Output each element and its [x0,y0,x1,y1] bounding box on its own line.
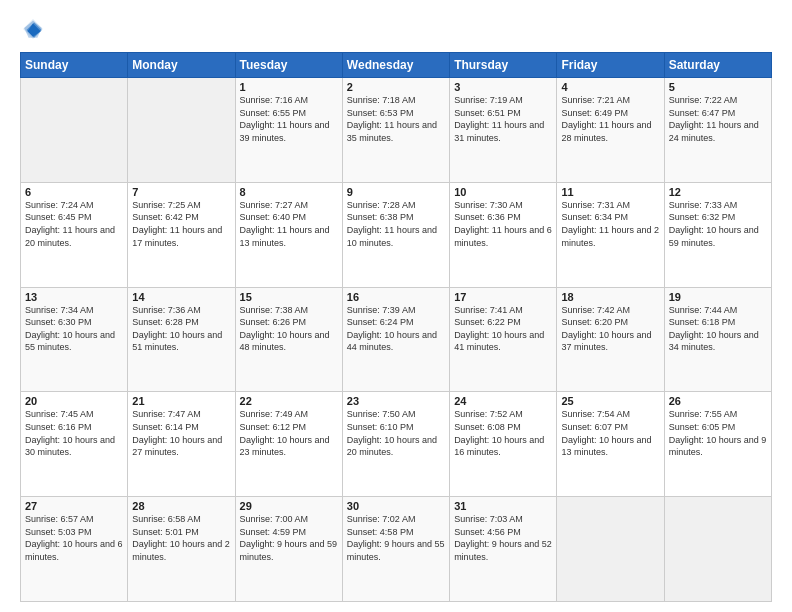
calendar-cell [664,497,771,602]
day-info: Sunrise: 7:18 AM Sunset: 6:53 PM Dayligh… [347,94,445,144]
day-info: Sunrise: 7:47 AM Sunset: 6:14 PM Dayligh… [132,408,230,458]
calendar-cell: 6Sunrise: 7:24 AM Sunset: 6:45 PM Daylig… [21,182,128,287]
day-info: Sunrise: 7:16 AM Sunset: 6:55 PM Dayligh… [240,94,338,144]
day-info: Sunrise: 7:28 AM Sunset: 6:38 PM Dayligh… [347,199,445,249]
day-number: 26 [669,395,767,407]
day-info: Sunrise: 7:31 AM Sunset: 6:34 PM Dayligh… [561,199,659,249]
day-info: Sunrise: 7:25 AM Sunset: 6:42 PM Dayligh… [132,199,230,249]
day-info: Sunrise: 7:42 AM Sunset: 6:20 PM Dayligh… [561,304,659,354]
day-number: 13 [25,291,123,303]
page-header [20,18,772,44]
calendar-cell: 4Sunrise: 7:21 AM Sunset: 6:49 PM Daylig… [557,78,664,183]
weekday-header: Monday [128,53,235,78]
weekday-header: Friday [557,53,664,78]
day-number: 10 [454,186,552,198]
day-number: 17 [454,291,552,303]
day-number: 2 [347,81,445,93]
day-number: 30 [347,500,445,512]
day-number: 28 [132,500,230,512]
calendar-cell: 9Sunrise: 7:28 AM Sunset: 6:38 PM Daylig… [342,182,449,287]
calendar-cell: 24Sunrise: 7:52 AM Sunset: 6:08 PM Dayli… [450,392,557,497]
day-number: 7 [132,186,230,198]
calendar-cell: 8Sunrise: 7:27 AM Sunset: 6:40 PM Daylig… [235,182,342,287]
calendar-cell: 17Sunrise: 7:41 AM Sunset: 6:22 PM Dayli… [450,287,557,392]
day-info: Sunrise: 7:54 AM Sunset: 6:07 PM Dayligh… [561,408,659,458]
day-info: Sunrise: 6:58 AM Sunset: 5:01 PM Dayligh… [132,513,230,563]
day-number: 27 [25,500,123,512]
day-info: Sunrise: 7:22 AM Sunset: 6:47 PM Dayligh… [669,94,767,144]
day-info: Sunrise: 7:34 AM Sunset: 6:30 PM Dayligh… [25,304,123,354]
day-info: Sunrise: 7:30 AM Sunset: 6:36 PM Dayligh… [454,199,552,249]
weekday-header: Saturday [664,53,771,78]
day-info: Sunrise: 6:57 AM Sunset: 5:03 PM Dayligh… [25,513,123,563]
day-info: Sunrise: 7:38 AM Sunset: 6:26 PM Dayligh… [240,304,338,354]
day-info: Sunrise: 7:39 AM Sunset: 6:24 PM Dayligh… [347,304,445,354]
calendar-cell: 28Sunrise: 6:58 AM Sunset: 5:01 PM Dayli… [128,497,235,602]
calendar-cell: 15Sunrise: 7:38 AM Sunset: 6:26 PM Dayli… [235,287,342,392]
day-number: 24 [454,395,552,407]
day-info: Sunrise: 7:21 AM Sunset: 6:49 PM Dayligh… [561,94,659,144]
day-info: Sunrise: 7:55 AM Sunset: 6:05 PM Dayligh… [669,408,767,458]
calendar-cell: 3Sunrise: 7:19 AM Sunset: 6:51 PM Daylig… [450,78,557,183]
day-number: 29 [240,500,338,512]
weekday-header: Thursday [450,53,557,78]
calendar-cell [128,78,235,183]
calendar-cell: 5Sunrise: 7:22 AM Sunset: 6:47 PM Daylig… [664,78,771,183]
day-number: 14 [132,291,230,303]
day-info: Sunrise: 7:49 AM Sunset: 6:12 PM Dayligh… [240,408,338,458]
day-number: 20 [25,395,123,407]
calendar-cell: 31Sunrise: 7:03 AM Sunset: 4:56 PM Dayli… [450,497,557,602]
calendar-cell: 22Sunrise: 7:49 AM Sunset: 6:12 PM Dayli… [235,392,342,497]
calendar-cell: 19Sunrise: 7:44 AM Sunset: 6:18 PM Dayli… [664,287,771,392]
day-number: 18 [561,291,659,303]
day-number: 11 [561,186,659,198]
day-number: 4 [561,81,659,93]
day-info: Sunrise: 7:44 AM Sunset: 6:18 PM Dayligh… [669,304,767,354]
day-number: 21 [132,395,230,407]
weekday-header: Tuesday [235,53,342,78]
calendar-table: SundayMondayTuesdayWednesdayThursdayFrid… [20,52,772,602]
logo [20,18,48,44]
day-info: Sunrise: 7:41 AM Sunset: 6:22 PM Dayligh… [454,304,552,354]
calendar-cell: 23Sunrise: 7:50 AM Sunset: 6:10 PM Dayli… [342,392,449,497]
calendar-cell: 1Sunrise: 7:16 AM Sunset: 6:55 PM Daylig… [235,78,342,183]
day-number: 6 [25,186,123,198]
day-info: Sunrise: 7:24 AM Sunset: 6:45 PM Dayligh… [25,199,123,249]
calendar-cell: 11Sunrise: 7:31 AM Sunset: 6:34 PM Dayli… [557,182,664,287]
day-number: 23 [347,395,445,407]
calendar-cell: 25Sunrise: 7:54 AM Sunset: 6:07 PM Dayli… [557,392,664,497]
day-info: Sunrise: 7:33 AM Sunset: 6:32 PM Dayligh… [669,199,767,249]
logo-icon [22,18,44,40]
calendar-cell: 16Sunrise: 7:39 AM Sunset: 6:24 PM Dayli… [342,287,449,392]
day-number: 8 [240,186,338,198]
calendar-cell: 30Sunrise: 7:02 AM Sunset: 4:58 PM Dayli… [342,497,449,602]
day-number: 12 [669,186,767,198]
calendar-cell: 12Sunrise: 7:33 AM Sunset: 6:32 PM Dayli… [664,182,771,287]
calendar-cell: 14Sunrise: 7:36 AM Sunset: 6:28 PM Dayli… [128,287,235,392]
calendar-cell [557,497,664,602]
day-info: Sunrise: 7:45 AM Sunset: 6:16 PM Dayligh… [25,408,123,458]
calendar-cell: 7Sunrise: 7:25 AM Sunset: 6:42 PM Daylig… [128,182,235,287]
day-number: 9 [347,186,445,198]
calendar-cell: 29Sunrise: 7:00 AM Sunset: 4:59 PM Dayli… [235,497,342,602]
day-number: 31 [454,500,552,512]
day-info: Sunrise: 7:02 AM Sunset: 4:58 PM Dayligh… [347,513,445,563]
calendar-cell: 27Sunrise: 6:57 AM Sunset: 5:03 PM Dayli… [21,497,128,602]
day-number: 1 [240,81,338,93]
day-info: Sunrise: 7:36 AM Sunset: 6:28 PM Dayligh… [132,304,230,354]
weekday-header: Wednesday [342,53,449,78]
day-info: Sunrise: 7:19 AM Sunset: 6:51 PM Dayligh… [454,94,552,144]
day-number: 3 [454,81,552,93]
day-info: Sunrise: 7:00 AM Sunset: 4:59 PM Dayligh… [240,513,338,563]
day-number: 16 [347,291,445,303]
day-number: 5 [669,81,767,93]
calendar-cell: 26Sunrise: 7:55 AM Sunset: 6:05 PM Dayli… [664,392,771,497]
day-info: Sunrise: 7:52 AM Sunset: 6:08 PM Dayligh… [454,408,552,458]
day-info: Sunrise: 7:27 AM Sunset: 6:40 PM Dayligh… [240,199,338,249]
calendar-cell: 10Sunrise: 7:30 AM Sunset: 6:36 PM Dayli… [450,182,557,287]
calendar-cell [21,78,128,183]
calendar-cell: 18Sunrise: 7:42 AM Sunset: 6:20 PM Dayli… [557,287,664,392]
day-info: Sunrise: 7:50 AM Sunset: 6:10 PM Dayligh… [347,408,445,458]
day-number: 22 [240,395,338,407]
calendar-cell: 20Sunrise: 7:45 AM Sunset: 6:16 PM Dayli… [21,392,128,497]
